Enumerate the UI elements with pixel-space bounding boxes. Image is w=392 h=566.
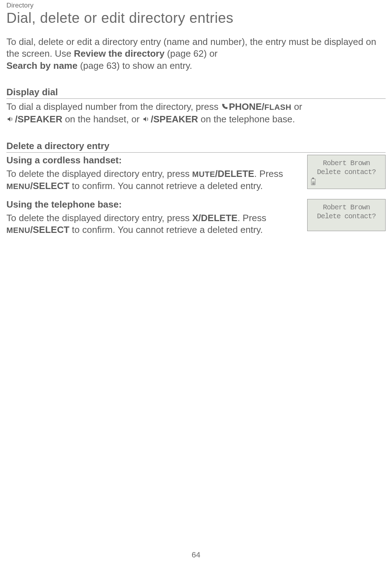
intro-or: or <box>209 48 217 59</box>
handset-lcd-screen: Robert Brown Delete contact? <box>307 155 386 189</box>
handset-subheading: Using a cordless handset: <box>6 155 299 166</box>
handset-text-col: Using a cordless handset: To delete the … <box>6 155 299 192</box>
base-lcd-screen: Robert Brown Delete contact? <box>307 199 386 231</box>
search-page-ref: (page 63) to show an entry. <box>77 60 192 71</box>
base-end: to confirm. You cannot retrieve a delete… <box>69 224 263 235</box>
handset-period: . Press <box>254 168 283 179</box>
base-pre: To delete the displayed directory entry,… <box>6 213 192 223</box>
phone-label: PHONE/ <box>229 101 264 112</box>
handset-pre: To delete the displayed directory entry,… <box>6 168 192 179</box>
base-row: Using the telephone base: To delete the … <box>6 199 386 236</box>
handset-paragraph: To delete the displayed directory entry,… <box>6 168 299 192</box>
base-text-col: Using the telephone base: To delete the … <box>6 199 299 236</box>
phone-icon <box>221 101 228 113</box>
menu-label-2: MENU <box>6 226 30 235</box>
speaker-icon <box>142 114 150 126</box>
display-dial-or: or <box>292 101 302 112</box>
review-page-ref: (page 62) <box>165 48 210 59</box>
display-dial-body: To dial a displayed number from the dire… <box>6 101 386 126</box>
display-dial-mid: on the handset, or <box>62 114 142 124</box>
select-label-2: /SELECT <box>30 224 69 235</box>
select-label: /SELECT <box>30 180 69 191</box>
delete-entry-heading: Delete a directory entry <box>6 141 386 153</box>
menu-label: MENU <box>6 182 30 191</box>
base-subheading: Using the telephone base: <box>6 199 299 210</box>
lcd1-line1: Robert Brown <box>310 159 382 168</box>
speaker-label-1: /SPEAKER <box>15 114 62 124</box>
page-title: Dial, delete or edit directory entries <box>6 10 386 26</box>
speaker-label-2: /SPEAKER <box>151 114 198 124</box>
handset-row: Using a cordless handset: To delete the … <box>6 155 386 192</box>
display-dial-heading: Display dial <box>6 87 386 99</box>
delete-label: /DELETE <box>215 168 254 179</box>
handset-end: to confirm. You cannot retrieve a delete… <box>69 180 263 191</box>
xdelete-label: X/DELETE <box>192 213 237 223</box>
display-dial-pre: To dial a displayed number from the dire… <box>6 101 221 112</box>
intro-paragraph: To dial, delete or edit a directory entr… <box>6 36 386 72</box>
speaker-icon <box>6 114 14 126</box>
search-by-name-label: Search by name <box>6 60 77 71</box>
page-number: 64 <box>0 550 392 560</box>
lcd2-line1: Robert Brown <box>310 203 382 212</box>
mute-label: MUTE <box>192 170 215 179</box>
review-directory-label: Review the directory <box>74 48 164 59</box>
base-period: . Press <box>237 213 266 223</box>
display-dial-end: on the telephone base. <box>198 114 295 124</box>
lcd2-line2: Delete contact? <box>310 212 382 221</box>
breadcrumb: Directory <box>6 1 386 9</box>
battery-icon <box>311 179 315 185</box>
flash-label: FLASH <box>264 103 292 112</box>
base-paragraph: To delete the displayed directory entry,… <box>6 212 299 236</box>
lcd1-line2: Delete contact? <box>310 168 382 177</box>
